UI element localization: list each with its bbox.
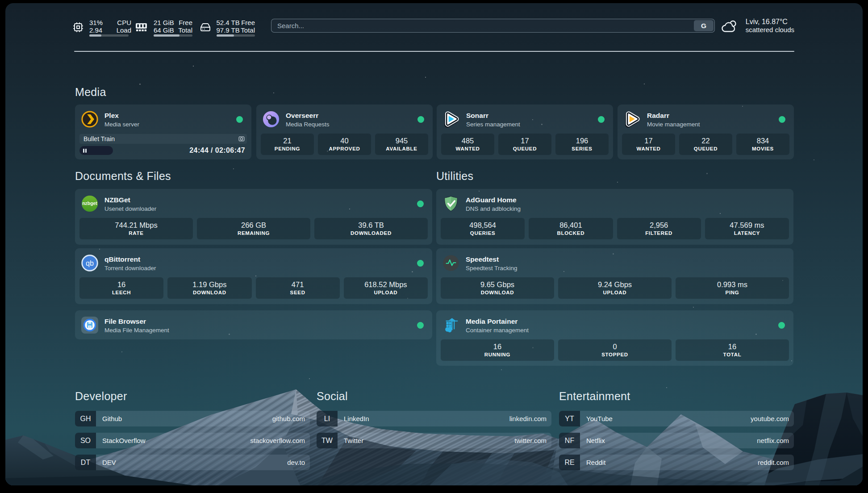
svg-text:qb: qb: [86, 259, 94, 267]
svg-text:nzbget: nzbget: [82, 201, 97, 206]
